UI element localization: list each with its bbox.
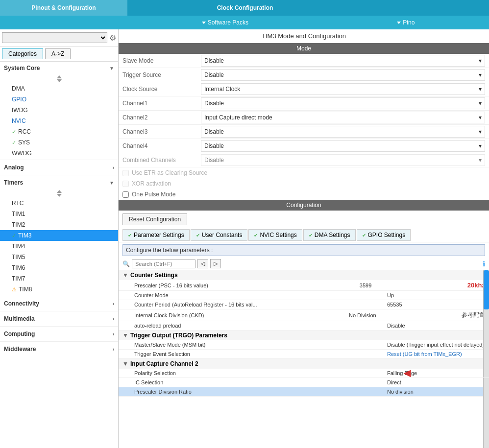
tab-categories[interactable]: Categories <box>2 48 43 59</box>
sub-header-left <box>0 16 127 29</box>
msm-value: Disable (Trigger input effect not delaye… <box>387 342 485 348</box>
rcc-check-icon: ✓ <box>12 129 16 135</box>
sidebar-item-iwdg[interactable]: IWDG <box>0 105 118 116</box>
mode-row-trigger: Trigger Source Disable ▾ <box>119 68 489 82</box>
config-search-bar: 🔍 ◁ ▷ ℹ <box>119 258 489 269</box>
sidebar-item-dma[interactable]: DMA <box>0 83 118 94</box>
channel3-select[interactable]: Disable ▾ <box>201 126 485 138</box>
input-capture-group[interactable]: ▼ Input Capture Channel 2 <box>119 359 489 369</box>
sidebar-item-nvic[interactable]: NVIC <box>0 116 118 126</box>
one-pulse-checkbox[interactable] <box>122 191 129 198</box>
iwdg-label: IWDG <box>12 107 28 114</box>
categories-label: Categories <box>8 50 37 57</box>
sort-down-timers-icon[interactable] <box>57 194 62 197</box>
tab-dma-settings[interactable]: ✔ DMA Settings <box>303 229 356 241</box>
etr-checkbox-row: Use ETR as Clearing Source <box>119 167 489 178</box>
sidebar-item-tim1[interactable]: TIM1 <box>0 209 118 219</box>
sort-down-icon[interactable] <box>57 79 62 82</box>
middleware-label: Middleware <box>4 346 36 353</box>
content-title: TIM3 Mode and Configuration <box>119 29 489 43</box>
sidebar-item-sys[interactable]: ✓ SYS <box>0 137 118 148</box>
xor-checkbox[interactable] <box>122 181 129 187</box>
sidebar-item-rcc[interactable]: ✓ RCC <box>0 126 118 137</box>
sidebar-item-gpio[interactable]: GPIO <box>0 94 118 105</box>
tab-parameter-settings[interactable]: ✔ Parameter Settings <box>122 229 190 241</box>
clock-source-select[interactable]: Internal Clock ▾ <box>201 83 485 95</box>
scrollbar[interactable] <box>483 270 489 448</box>
reset-config-button[interactable]: Reset Configuration <box>122 213 187 225</box>
sidebar-item-tim7[interactable]: TIM7 <box>0 273 118 284</box>
connectivity-header[interactable]: Connectivity › <box>0 297 118 310</box>
dma-tab-check-icon: ✔ <box>309 233 313 238</box>
nvic-label: NVIC <box>12 118 26 124</box>
counter-period-name: Counter Period (AutoReload Register - 16… <box>134 302 387 307</box>
channel1-select[interactable]: Disable ▾ <box>201 97 485 109</box>
sidebar-item-tim3[interactable]: ✓ TIM3 <box>0 230 118 241</box>
dma-label: DMA <box>12 85 25 92</box>
tab-gpio-settings[interactable]: ✔ GPIO Settings <box>357 229 411 241</box>
channel2-select[interactable]: Input Capture direct mode ▾ <box>201 112 485 123</box>
sys-label: SYS <box>18 139 30 146</box>
sidebar-item-wwdg[interactable]: WWDG <box>0 148 118 159</box>
channel4-select[interactable]: Disable ▾ <box>201 140 485 152</box>
sidebar-item-tim2[interactable]: TIM2 <box>0 219 118 230</box>
system-core-header[interactable]: System Core ▼ <box>0 62 118 74</box>
analog-section: Analog › <box>0 161 118 174</box>
mode-section-bar: Mode <box>119 43 489 54</box>
middleware-header[interactable]: Middleware › <box>0 343 118 355</box>
computing-label: Computing <box>4 330 35 337</box>
param-row-msm: Master/Slave Mode (MSM bit) Disable (Tri… <box>119 340 489 350</box>
trigger-event-name: Trigger Event Selection <box>134 351 387 357</box>
computing-header[interactable]: Computing › <box>0 328 118 340</box>
config-section-bar: Configuration <box>119 200 489 211</box>
clock-config-header[interactable]: Clock Configuration <box>127 0 363 16</box>
analog-arrow: › <box>113 165 114 170</box>
info-icon[interactable]: ℹ <box>483 260 485 268</box>
tab-user-constants[interactable]: ✔ User Constants <box>191 229 248 241</box>
sort-up-icon[interactable] <box>57 75 62 78</box>
ckd-value: No Division <box>349 312 447 318</box>
tim4-label: TIM4 <box>12 243 25 250</box>
search-next-button[interactable]: ▷ <box>210 259 221 268</box>
config-tabs: ✔ Parameter Settings ✔ User Constants ✔ … <box>119 228 489 242</box>
param-row-auto-reload: auto-reload preload Disable <box>119 321 489 330</box>
pinout-btn[interactable]: Pino <box>397 19 415 26</box>
tab-az[interactable]: A->Z <box>45 48 71 59</box>
mode-row-ch2: ▶ Channel2 Input Capture direct mode ▾ <box>119 111 489 125</box>
sidebar-item-tim4[interactable]: TIM4 <box>0 241 118 252</box>
ckd-name: Internal Clock Division (CKD) <box>134 312 349 318</box>
combined-channels-label: Combined Channels <box>122 157 201 164</box>
gear-icon[interactable]: ⚙ <box>109 33 116 43</box>
content-area: TIM3 Mode and Configuration Mode Slave M… <box>119 29 489 448</box>
search-prev-button[interactable]: ◁ <box>197 259 208 268</box>
sidebar-item-tim5[interactable]: TIM5 <box>0 252 118 262</box>
etr-checkbox[interactable] <box>122 170 129 176</box>
scrollbar-thumb[interactable] <box>484 270 489 309</box>
counter-settings-group[interactable]: ▼ Counter Settings <box>119 270 489 280</box>
annotation-20khz: 20khz <box>467 282 485 289</box>
trgo-group[interactable]: ▼ Trigger Output (TRGO) Parameters <box>119 330 489 340</box>
slave-mode-select[interactable]: Disable ▾ <box>201 55 485 67</box>
select-arrow-icon: ▾ <box>479 57 482 64</box>
user-tab-check-icon: ✔ <box>196 233 200 238</box>
sidebar-item-rtc[interactable]: RTC <box>0 198 118 209</box>
timers-header[interactable]: Timers ▼ <box>0 176 118 189</box>
trigger-source-select[interactable]: Disable ▾ <box>201 69 485 81</box>
sort-up-timers-icon[interactable] <box>57 190 62 193</box>
one-pulse-checkbox-row: One Pulse Mode <box>119 189 489 200</box>
tab-nvic-settings[interactable]: ✔ NVIC Settings <box>248 229 302 241</box>
sidebar-item-tim8[interactable]: ⚠ TIM8 <box>0 284 118 295</box>
mode-row-clock: ▶ Clock Source Internal Clock ▾ <box>119 82 489 96</box>
analog-header[interactable]: Analog › <box>0 161 118 174</box>
search-select[interactable] <box>2 32 107 43</box>
sidebar-tabs: Categories A->Z <box>0 47 118 62</box>
config-search-input[interactable] <box>132 259 196 268</box>
ic-selection-value: Direct <box>387 379 485 385</box>
sidebar-item-tim6[interactable]: TIM6 <box>0 262 118 273</box>
multimedia-header[interactable]: Multimedia › <box>0 312 118 325</box>
mode-row-ch4: Channel4 Disable ▾ <box>119 139 489 153</box>
counter-period-value: 65535 <box>387 302 485 307</box>
red-arrow-polarity-icon: ◀ <box>404 368 411 378</box>
select-arrow-icon-3: ▾ <box>479 86 482 93</box>
software-packs-btn[interactable]: Software Packs <box>202 19 248 26</box>
